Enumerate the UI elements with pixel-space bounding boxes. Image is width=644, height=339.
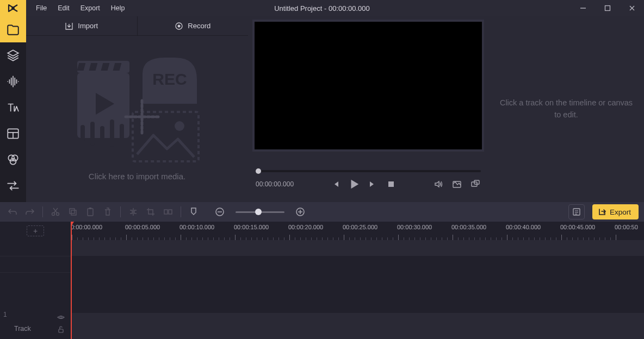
zoom-out-button[interactable] (213, 205, 227, 219)
prev-frame-button[interactable] (330, 179, 341, 190)
zoom-slider[interactable] (236, 211, 284, 213)
upper-region: Import Record REC Click here to import m… (26, 16, 644, 202)
ruler-label: 00:00:15.000 (234, 224, 269, 230)
marker-button[interactable] (187, 205, 201, 219)
close-button[interactable] (620, 0, 644, 16)
copy-button[interactable] (66, 205, 80, 219)
timeline-toolbar: Export (0, 202, 644, 222)
svg-rect-32 (88, 209, 93, 216)
redo-button[interactable] (23, 205, 37, 219)
playhead[interactable] (71, 222, 72, 339)
svg-rect-1 (605, 6, 610, 11)
undo-button[interactable] (5, 205, 20, 219)
video-preview[interactable] (252, 20, 484, 152)
menu-export[interactable]: Export (75, 0, 106, 16)
volume-button[interactable] (433, 179, 444, 190)
ruler-label: 00:00:45.000 (560, 224, 595, 230)
svg-point-29 (57, 213, 59, 216)
svg-point-40 (60, 316, 62, 318)
timeline-row[interactable] (71, 240, 644, 256)
svg-rect-35 (169, 210, 172, 214)
stop-button[interactable] (386, 179, 397, 190)
sidebar-audio-icon[interactable] (0, 68, 26, 95)
record-label: Record (188, 22, 210, 30)
properties-hint: Click a track on the timeline or canvas … (499, 97, 633, 121)
crop-button[interactable] (144, 205, 158, 219)
app-logo (0, 0, 26, 16)
ruler-label: 00:00:40.000 (506, 224, 541, 230)
preview-panel: 00:00:00.000 (248, 16, 488, 202)
group-button[interactable] (161, 205, 175, 219)
media-panel: Import Record REC Click here to import m… (26, 16, 248, 202)
export-button[interactable]: Export (592, 204, 639, 219)
menu-bar: File Edit Export Help (30, 0, 131, 16)
export-label: Export (610, 208, 631, 216)
ruler-label: 00:00:20.000 (288, 224, 323, 230)
sidebar-text-icon[interactable] (0, 95, 26, 121)
ruler-label: 00:00:10.000 (179, 224, 214, 230)
window-title: Untitled Project - 00:00:00.000 (274, 4, 370, 12)
svg-rect-33 (89, 208, 91, 209)
split-button[interactable] (126, 205, 140, 219)
maximize-button[interactable] (595, 0, 620, 16)
seek-slider[interactable] (256, 170, 481, 172)
svg-rect-24 (388, 181, 394, 187)
track-header[interactable]: 1 Track (0, 307, 71, 339)
ruler-label: 00:00:05.000 (125, 224, 160, 230)
ruler-label: 00:00:30.000 (397, 224, 432, 230)
sidebar-templates-icon[interactable] (0, 121, 26, 147)
menu-file[interactable]: File (30, 0, 52, 16)
sidebar-media-icon[interactable] (0, 16, 26, 42)
svg-rect-41 (59, 329, 63, 332)
track-number: 1 (3, 311, 7, 318)
record-icon (175, 22, 183, 30)
svg-rect-31 (71, 210, 76, 215)
import-label: Import (78, 22, 98, 30)
sidebar-layers-icon[interactable] (0, 42, 26, 68)
timeline-body[interactable]: 0:00:00.00000:00:05.00000:00:10.00000:00… (71, 222, 644, 339)
add-track-button[interactable]: + (27, 225, 44, 236)
next-frame-button[interactable] (367, 179, 378, 190)
svg-point-21 (175, 121, 184, 131)
svg-point-7 (178, 24, 181, 27)
ruler-label: 00:00:35.000 (451, 224, 486, 230)
record-tab[interactable]: Record (138, 16, 249, 35)
ruler-label: 0:00:00.000 (71, 224, 102, 230)
preview-timecode: 00:00:00.000 (256, 180, 294, 188)
timeline-row[interactable] (71, 256, 644, 273)
window-controls (571, 0, 644, 16)
svg-rect-34 (164, 210, 168, 214)
import-dropzone[interactable]: REC Click here to import media. (26, 36, 248, 202)
render-settings-button[interactable] (568, 204, 585, 219)
svg-point-28 (52, 213, 55, 216)
properties-panel: Click a track on the timeline or canvas … (488, 16, 644, 202)
snapshot-button[interactable] (451, 179, 462, 190)
svg-point-4 (12, 155, 18, 161)
track-visibility-icon[interactable] (57, 313, 65, 322)
menu-help[interactable]: Help (106, 0, 131, 16)
menu-edit[interactable]: Edit (52, 0, 75, 16)
sidebar-effects-icon[interactable] (0, 147, 26, 173)
timeline-row[interactable] (71, 273, 644, 313)
minimize-button[interactable] (571, 0, 595, 16)
play-button[interactable] (349, 179, 360, 190)
import-hint: Click here to import media. (89, 172, 185, 181)
time-ruler[interactable]: 0:00:00.00000:00:05.00000:00:10.00000:00… (71, 222, 644, 240)
track-lock-icon[interactable] (57, 325, 65, 334)
detach-button[interactable] (470, 179, 481, 190)
export-icon (598, 208, 606, 216)
paste-button[interactable] (83, 205, 97, 219)
track-row[interactable] (71, 313, 644, 339)
track-name-label: Track (14, 325, 31, 332)
sidebar-transitions-icon[interactable] (0, 173, 26, 199)
delete-button[interactable] (101, 205, 115, 219)
import-tab[interactable]: Import (26, 16, 138, 35)
preview-controls: 00:00:00.000 (252, 152, 484, 202)
cut-button[interactable] (48, 205, 63, 219)
zoom-in-button[interactable] (293, 205, 307, 219)
track-headers: + 1 Track (0, 222, 71, 339)
titlebar: File Edit Export Help Untitled Project -… (0, 0, 644, 16)
svg-text:REC: REC (152, 70, 187, 88)
svg-rect-30 (70, 209, 75, 214)
svg-point-5 (10, 159, 16, 165)
